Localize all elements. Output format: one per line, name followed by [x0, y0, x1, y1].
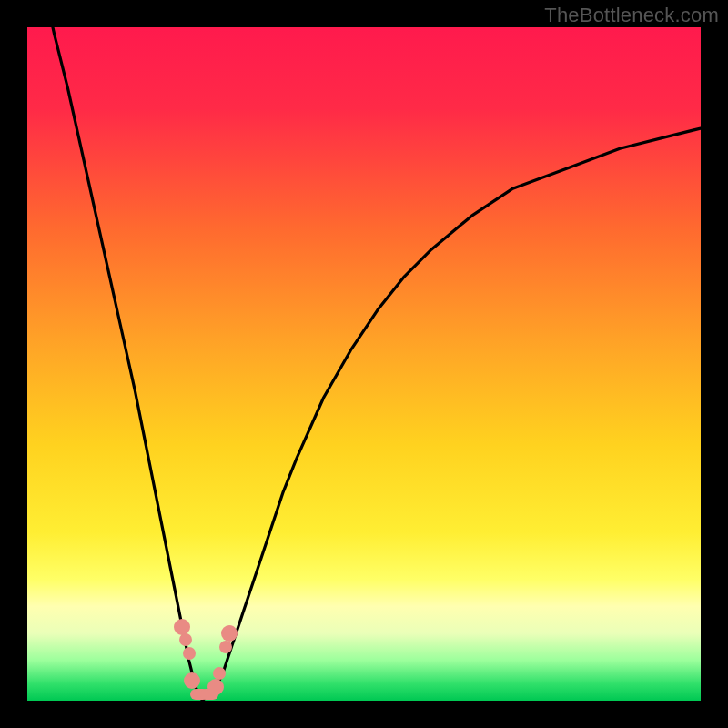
data-marker: [221, 625, 238, 642]
data-marker: [179, 633, 192, 646]
data-marker: [184, 672, 200, 689]
data-marker: [219, 641, 232, 653]
data-marker: [213, 667, 226, 680]
heat-gradient: [27, 27, 701, 701]
data-marker: [174, 619, 190, 635]
plot-area: [27, 27, 701, 701]
watermark-text: TheBottleneck.com: [544, 4, 719, 27]
chart-frame: TheBottleneck.com: [0, 0, 728, 728]
data-marker: [183, 647, 196, 660]
data-marker: [207, 679, 224, 695]
svg-rect-0: [27, 27, 701, 701]
